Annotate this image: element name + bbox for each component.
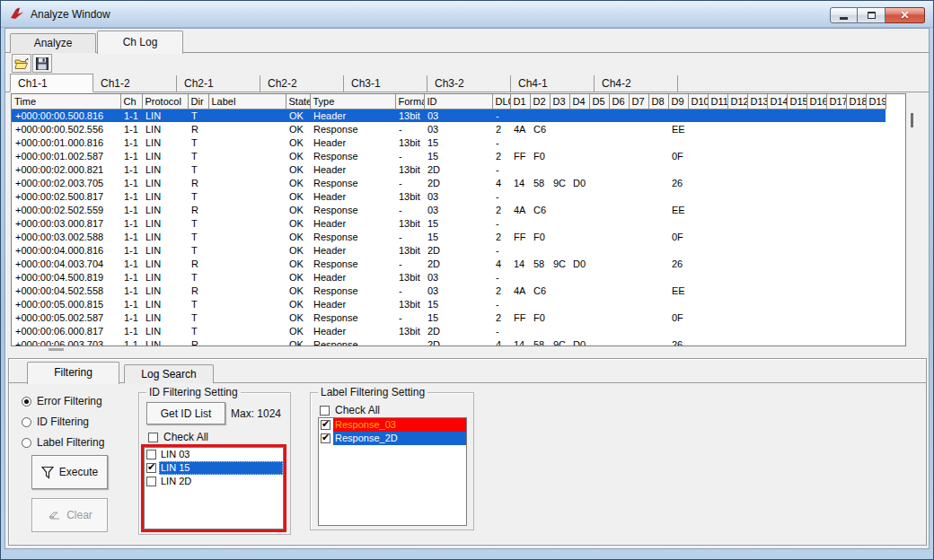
table-row[interactable]: +000:00:02.003.7051-1LINROKResponse-2D41… [12, 176, 886, 189]
id-check-all-checkbox[interactable]: Check All [148, 431, 208, 443]
cell-d6 [609, 324, 629, 337]
list-item-response-2d[interactable]: Response_2D [319, 432, 466, 445]
vertical-scrollbar-thumb[interactable] [911, 113, 913, 127]
table-row[interactable]: +000:00:03.000.8171-1LINTOKHeader13bit15… [12, 216, 886, 230]
column-header-label[interactable]: Label [208, 94, 286, 109]
column-header-d14[interactable]: D14 [767, 94, 787, 109]
column-header-d8[interactable]: D8 [648, 94, 668, 109]
channel-tab-ch3-1[interactable]: Ch3-1 [344, 75, 427, 92]
column-header-d12[interactable]: D12 [727, 94, 747, 109]
tab-ch-log[interactable]: Ch Log [97, 31, 183, 54]
channel-tab-ch2-2[interactable]: Ch2-2 [260, 75, 344, 92]
table-row[interactable]: +000:00:02.000.8211-1LINTOKHeader13bit2D… [12, 162, 886, 176]
list-item-lin-2d[interactable]: LIN 2D [145, 475, 283, 488]
table-row[interactable]: +000:00:04.500.8191-1LINTOKHeader13bit03… [12, 270, 886, 284]
table-row[interactable]: +000:00:05.000.8151-1LINTOKHeader13bit15… [12, 297, 886, 311]
table-row[interactable]: +000:00:04.003.7041-1LINROKResponse-2D41… [12, 257, 886, 270]
cell-d19 [866, 216, 886, 230]
horizontal-scrollbar-thumb[interactable] [48, 348, 64, 351]
channel-tab-ch4-2[interactable]: Ch4-2 [595, 75, 678, 92]
column-header-id[interactable]: ID [424, 94, 492, 109]
column-header-ch[interactable]: Ch [120, 94, 142, 109]
table-row[interactable]: +000:00:02.500.8171-1LINTOKHeader13bit03… [12, 189, 886, 203]
table-row[interactable]: +000:00:00.500.8161-1LINTOKHeader13bit03… [12, 109, 886, 122]
column-header-d5[interactable]: D5 [589, 94, 609, 109]
table-row[interactable]: +000:00:04.000.8161-1LINTOKHeader13bit2D… [12, 243, 886, 257]
cell-d13 [747, 324, 767, 337]
list-item-lin-15[interactable]: LIN 15 [145, 461, 283, 475]
checkbox-icon [321, 420, 330, 430]
cell-d8 [648, 162, 668, 176]
column-header-d18[interactable]: D18 [846, 94, 866, 109]
channel-tab-ch1-2[interactable]: Ch1-2 [93, 75, 177, 92]
channel-tab-ch1-1[interactable]: Ch1-1 [10, 74, 93, 92]
label-check-all-checkbox[interactable]: Check All [320, 404, 380, 416]
column-header-format[interactable]: Format [395, 94, 424, 109]
table-row[interactable]: +000:00:00.502.5561-1LINROKResponse-0324… [12, 122, 886, 136]
cell-d16 [806, 203, 826, 216]
channel-tab-ch4-1[interactable]: Ch4-1 [511, 75, 595, 92]
column-header-time[interactable]: Time [12, 94, 120, 109]
column-header-dlc[interactable]: DLC [492, 94, 510, 109]
cell-d6 [609, 189, 629, 203]
radio-label-filtering[interactable]: Label Filtering [22, 436, 104, 449]
channel-tab-ch3-2[interactable]: Ch3-2 [427, 75, 511, 92]
table-row[interactable]: +000:00:01.000.8161-1LINTOKHeader13bit15… [12, 136, 886, 149]
minimize-button[interactable] [830, 7, 858, 23]
tab-log-search[interactable]: Log Search [124, 364, 214, 383]
list-item-response-03[interactable]: Response_03 [319, 418, 466, 432]
log-table[interactable]: TimeChProtocolDirLabelStateTypeFormatIDD… [11, 93, 906, 346]
column-header-d11[interactable]: D11 [708, 94, 727, 109]
save-file-button[interactable] [32, 54, 52, 73]
column-header-d3[interactable]: D3 [550, 94, 569, 109]
column-header-d6[interactable]: D6 [609, 94, 629, 109]
column-header-type[interactable]: Type [310, 94, 395, 109]
label-filter-list[interactable]: Response_03Response_2D [318, 417, 467, 526]
cell-d4 [569, 189, 589, 203]
column-header-d19[interactable]: D19 [866, 94, 886, 109]
clear-button[interactable]: Clear [31, 498, 108, 532]
get-id-list-button[interactable]: Get ID List [146, 402, 225, 424]
cell-dlc: - [492, 324, 510, 337]
radio-error-filtering[interactable]: Error Filtering [22, 395, 102, 407]
column-header-d7[interactable]: D7 [629, 94, 648, 109]
tab-analyze[interactable]: Analyze [10, 33, 96, 53]
cell-id: 03 [424, 109, 492, 122]
table-row[interactable]: +000:00:01.002.5871-1LINTOKResponse-152F… [12, 149, 886, 162]
cell-d8 [648, 297, 668, 311]
list-item-lin-03[interactable]: LIN 03 [145, 448, 283, 461]
close-button[interactable]: ✕ [886, 7, 925, 23]
column-header-state[interactable]: State [286, 94, 310, 109]
column-header-d9[interactable]: D9 [668, 94, 688, 109]
column-header-d10[interactable]: D10 [688, 94, 708, 109]
titlebar[interactable]: Analyze Window ✕ [1, 1, 933, 28]
radio-id-filtering[interactable]: ID Filtering [22, 416, 89, 428]
cell-d9: EE [668, 203, 688, 216]
cell-d2: F0 [530, 311, 550, 324]
cell-type: Header [310, 297, 395, 311]
tab-filtering[interactable]: Filtering [27, 362, 119, 384]
table-row[interactable]: +000:00:04.502.5581-1LINROKResponse-0324… [12, 284, 886, 297]
table-row[interactable]: +000:00:06.003.7031-1LINROKResponse-2D41… [12, 337, 886, 346]
open-file-button[interactable] [12, 54, 31, 73]
column-header-d4[interactable]: D4 [569, 94, 589, 109]
column-header-d17[interactable]: D17 [826, 94, 846, 109]
execute-button[interactable]: Execute [31, 455, 108, 489]
id-filter-list[interactable]: LIN 03LIN 15LIN 2D [144, 447, 284, 529]
restore-button[interactable] [858, 7, 886, 23]
table-row[interactable]: +000:00:03.002.5881-1LINTOKResponse-152F… [12, 230, 886, 243]
column-header-dir[interactable]: Dir [188, 94, 208, 109]
table-row[interactable]: +000:00:06.000.8171-1LINTOKHeader13bit2D… [12, 324, 886, 337]
table-row[interactable]: +000:00:05.002.5871-1LINTOKResponse-152F… [12, 311, 886, 324]
column-header-d16[interactable]: D16 [806, 94, 826, 109]
column-header-d2[interactable]: D2 [530, 94, 550, 109]
cell-type: Response [310, 176, 395, 189]
checkbox-icon [146, 450, 156, 459]
table-row[interactable]: +000:00:02.502.5591-1LINROKResponse-0324… [12, 203, 886, 216]
column-header-d15[interactable]: D15 [787, 94, 806, 109]
cell-time: +000:00:04.502.558 [12, 284, 120, 297]
column-header-protocol[interactable]: Protocol [142, 94, 188, 109]
column-header-d1[interactable]: D1 [510, 94, 530, 109]
column-header-d13[interactable]: D13 [747, 94, 767, 109]
channel-tab-ch2-1[interactable]: Ch2-1 [177, 75, 260, 92]
